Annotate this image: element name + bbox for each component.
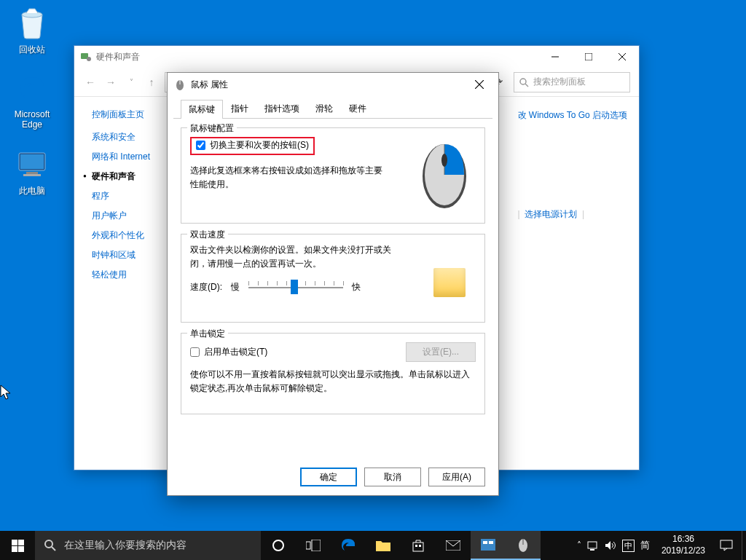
sidebar-item-hardware-sound[interactable]: 硬件和声音	[92, 170, 162, 183]
task-view-icon	[306, 540, 321, 551]
search-placeholder: 在这里输入你要搜索的内容	[64, 539, 186, 552]
taskbar-app-store[interactable]	[401, 531, 436, 560]
desktop-icon-label: Microsoft Edge	[4, 109, 60, 130]
sidebar-item-ease-of-access[interactable]: 轻松使用	[92, 269, 162, 281]
control-panel-search[interactable]: 搜索控制面板	[514, 72, 630, 92]
search-icon	[519, 77, 529, 87]
network-icon[interactable]	[587, 540, 599, 551]
svg-rect-43	[721, 540, 732, 548]
desktop-icon-recycle-bin[interactable]: 回收站	[4, 6, 60, 56]
sidebar-item-accounts[interactable]: 用户帐户	[92, 210, 162, 222]
sidebar-item-system-security[interactable]: 系统和安全	[92, 131, 162, 143]
system-tray[interactable]: ˄ 中 简	[571, 539, 656, 552]
click-lock-checkbox-row[interactable]: 启用单击锁定(T)	[190, 346, 406, 358]
dialog-titlebar[interactable]: 鼠标 属性	[168, 73, 498, 96]
cortana-button[interactable]	[261, 531, 296, 560]
double-click-speed-slider[interactable]	[248, 278, 343, 296]
desktop-icon-this-pc[interactable]: 此电脑	[4, 147, 60, 197]
mail-icon	[446, 540, 460, 551]
taskbar-app-mail[interactable]	[436, 531, 471, 560]
control-panel-icon	[481, 539, 495, 551]
nav-dropdown-button[interactable]: ˅	[124, 75, 138, 90]
nav-back-button[interactable]: ←	[83, 75, 98, 90]
clock-date: 2019/12/23	[661, 545, 705, 557]
svg-rect-2	[20, 154, 44, 169]
cancel-button[interactable]: 取消	[364, 468, 421, 486]
taskbar-app-explorer[interactable]	[366, 531, 401, 560]
svg-point-6	[87, 57, 91, 61]
dialog-close-button[interactable]	[465, 74, 494, 95]
mouse-icon	[517, 537, 529, 552]
fast-label: 快	[352, 281, 361, 293]
pc-icon	[15, 147, 50, 182]
taskbar-app-edge[interactable]	[331, 531, 366, 560]
svg-rect-33	[415, 545, 417, 547]
nav-up-button[interactable]: ↑	[144, 75, 159, 90]
ime-lang-indicator[interactable]: 中	[622, 540, 635, 552]
taskbar-app-control-panel[interactable]	[471, 531, 506, 560]
window-title: 硬件和声音	[96, 51, 538, 63]
svg-rect-4	[23, 174, 41, 176]
svg-rect-42	[590, 549, 594, 551]
cursor-icon	[0, 384, 13, 401]
edge-icon	[340, 537, 356, 553]
group-description: 使你可以不用一直按着鼠标按钮就可以突出显示或拖拽。单击鼠标以进入锁定状态,再次单…	[190, 368, 476, 395]
search-placeholder: 搜索控制面板	[533, 76, 586, 88]
link-windows-to-go[interactable]: 改 Windows To Go 启动选项	[518, 106, 627, 125]
svg-rect-25	[12, 546, 17, 552]
group-legend: 鼠标键配置	[187, 122, 237, 135]
sidebar-item-network[interactable]: 网络和 Internet	[92, 151, 162, 163]
show-desktop-button[interactable]	[742, 531, 746, 560]
swap-buttons-checkbox-row[interactable]: 切换主要和次要的按钮(S)	[196, 139, 309, 151]
start-button[interactable]	[0, 531, 35, 560]
tab-wheel[interactable]: 滑轮	[307, 99, 341, 118]
minimize-button[interactable]	[538, 46, 572, 68]
group-description: 双击文件夹以检测你的设置。如果文件夹没打开或关闭，请用慢一点的设置再试一次。	[190, 243, 401, 271]
click-lock-checkbox[interactable]	[190, 347, 200, 357]
ok-button[interactable]: 确定	[300, 468, 357, 486]
svg-rect-34	[419, 545, 421, 547]
group-legend: 双击速度	[187, 229, 228, 241]
tab-buttons[interactable]: 鼠标键	[181, 100, 223, 119]
dialog-button-row: 确定 取消 应用(A)	[168, 459, 498, 495]
tab-hardware[interactable]: 硬件	[341, 99, 374, 118]
group-button-config: 鼠标键配置 切换主要和次要的按钮(S) 选择此复选框来将右按钮设成如选择和拖放等…	[181, 127, 485, 224]
svg-rect-3	[26, 172, 38, 174]
taskbar-search[interactable]: 在这里输入你要搜索的内容	[35, 531, 261, 560]
sidebar-item-clock-region[interactable]: 时钟和区域	[92, 249, 162, 261]
speed-label: 速度(D):	[190, 281, 222, 293]
slider-thumb[interactable]	[291, 280, 298, 294]
task-view-button[interactable]	[296, 531, 331, 560]
group-description: 选择此复选框来将右按钮设成如选择和拖放等主要性能使用。	[190, 164, 387, 192]
click-lock-settings-button: 设置(E)...	[406, 342, 476, 362]
taskbar-clock[interactable]: 16:36 2019/12/23	[656, 534, 711, 556]
sidebar-home[interactable]: 控制面板主页	[92, 109, 162, 121]
volume-icon[interactable]	[605, 540, 616, 551]
svg-point-29	[273, 540, 283, 551]
hardware-sound-icon	[80, 51, 92, 63]
folder-test-icon[interactable]	[433, 268, 466, 297]
highlighted-option: 切换主要和次要的按钮(S)	[190, 137, 315, 155]
tab-pointer-options[interactable]: 指针选项	[256, 99, 307, 118]
desktop-icon-edge[interactable]: Microsoft Edge	[4, 71, 60, 130]
sidebar-item-appearance[interactable]: 外观和个性化	[92, 229, 162, 242]
windows-logo-icon	[12, 540, 24, 552]
desktop-icon-label: 此电脑	[4, 185, 60, 197]
nav-forward-button[interactable]: →	[103, 75, 118, 90]
svg-point-22	[441, 154, 447, 167]
svg-rect-37	[483, 541, 487, 544]
mouse-illustration	[419, 138, 470, 210]
apply-button[interactable]: 应用(A)	[428, 468, 485, 486]
control-panel-titlebar[interactable]: 硬件和声音	[74, 46, 639, 68]
ime-mode-indicator[interactable]: 简	[640, 539, 650, 552]
swap-buttons-checkbox[interactable]	[196, 141, 205, 150]
action-center-button[interactable]	[711, 531, 742, 560]
sidebar-item-programs[interactable]: 程序	[92, 190, 162, 202]
link-power-plan[interactable]: 选择电源计划	[525, 209, 577, 219]
close-button[interactable]	[605, 46, 639, 68]
tray-chevron-icon[interactable]: ˄	[577, 540, 581, 551]
recycle-bin-icon	[15, 6, 50, 41]
taskbar-app-mouse-settings[interactable]	[506, 531, 541, 560]
tab-pointer[interactable]: 指针	[223, 99, 256, 118]
maximize-button[interactable]	[572, 46, 605, 68]
